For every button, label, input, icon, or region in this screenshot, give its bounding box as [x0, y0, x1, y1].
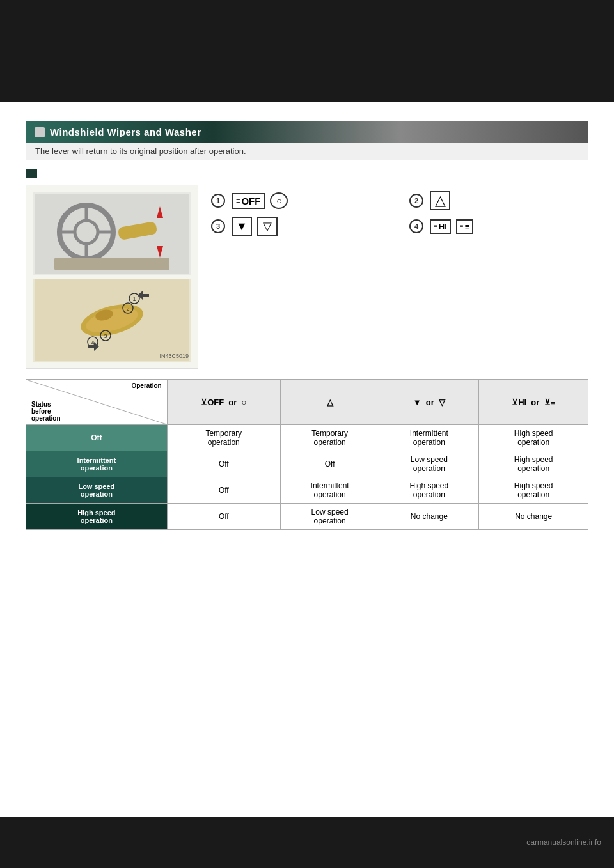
row-header-low: Low speedoperation: [26, 477, 168, 504]
cell-high-col4: No change: [479, 504, 588, 530]
lever-detail-svg: 1 2 3 4: [35, 279, 189, 361]
cell-off-col2: Temporaryoperation: [280, 425, 379, 451]
legend-item-1: 1 ≡OFF ○: [211, 191, 390, 210]
cell-low-col1: Off: [167, 477, 280, 504]
table-corner-bottom: Status before operation: [30, 401, 163, 422]
cell-high-col2: Low speedoperation: [280, 504, 379, 530]
svg-text:4: 4: [91, 339, 94, 346]
row-header-intermittent: Intermittentoperation: [26, 451, 168, 477]
page-footer: carmanualsonline.info: [0, 817, 614, 868]
legend-number-2: 2: [409, 194, 423, 208]
col4-symbol: ⊻HI or ⊻≡: [512, 398, 555, 407]
legend-area: 1 ≡OFF ○ 2 △ 3 ▼: [211, 185, 588, 369]
row-header-high: High speedoperation: [26, 504, 168, 530]
cell-off-col1: Temporaryoperation: [167, 425, 280, 451]
table-row-intermittent: Intermittentoperation Off Off Low speedo…: [26, 451, 588, 477]
operation-table: Operation Status before operation ⊻OFF o…: [26, 379, 588, 530]
diagram-area: 1 2 3 4 IN43C5019: [26, 185, 588, 369]
footer-watermark: carmanualsonline.info: [526, 838, 601, 847]
status-label-2: before: [31, 408, 51, 415]
cell-high-col1: Off: [167, 504, 280, 530]
cell-off-col3: Intermittentoperation: [379, 425, 479, 451]
cell-int-col2: Off: [280, 451, 379, 477]
col-header-2: △: [280, 380, 379, 425]
symbol-up: △: [430, 191, 450, 210]
legend-number-1: 1: [211, 194, 225, 208]
legend-item-4: 4 ≡HI ≡≡: [409, 217, 588, 236]
table-row-high: High speedoperation Off Low speedoperati…: [26, 504, 588, 530]
cell-int-col4: High speedoperation: [479, 451, 588, 477]
col3-symbol: ▼ or ▽: [413, 398, 445, 407]
symbol-down-main: ▼: [232, 217, 252, 236]
status-label-1: Status: [31, 401, 51, 408]
page: Windshield Wipers and Washer The lever w…: [0, 0, 614, 868]
content-area: Windshield Wipers and Washer The lever w…: [26, 121, 588, 530]
symbol-off-main: ≡OFF: [232, 193, 265, 209]
col-header-1: ⊻OFF or ○: [167, 380, 280, 425]
svg-rect-10: [54, 258, 169, 270]
table-corner-header: Operation Status before operation: [26, 380, 168, 425]
col-header-4: ⊻HI or ⊻≡: [479, 380, 588, 425]
section-heading: [26, 169, 588, 178]
svg-text:3: 3: [104, 333, 107, 339]
diagram-bottom: 1 2 3 4 IN43C5019: [33, 279, 191, 362]
title-bar: Windshield Wipers and Washer: [26, 121, 588, 143]
cell-high-col3: No change: [379, 504, 479, 530]
symbol-off-alt: ○: [270, 192, 288, 209]
cell-off-col4: High speedoperation: [479, 425, 588, 451]
legend-number-4: 4: [409, 219, 423, 233]
diagram-image: 1 2 3 4 IN43C5019: [26, 185, 198, 369]
cell-low-col2: Intermittentoperation: [280, 477, 379, 504]
status-label-3: operation: [31, 415, 61, 422]
col-header-3: ▼ or ▽: [379, 380, 479, 425]
col2-symbol: △: [327, 398, 333, 407]
legend-number-3: 3: [211, 219, 225, 233]
page-title: Windshield Wipers and Washer: [50, 127, 201, 137]
subtitle-bar: The lever will return to its original po…: [26, 143, 588, 160]
section-heading-box: [26, 169, 37, 178]
col1-symbol: ⊻OFF or ○: [201, 398, 246, 407]
symbol-hi-main: ≡HI: [430, 219, 451, 234]
symbol-hi-alt: ≡≡: [456, 219, 473, 234]
cell-int-col1: Off: [167, 451, 280, 477]
table-corner-top: Operation: [30, 382, 163, 389]
legend-item-2: 2 △: [409, 191, 588, 210]
symbol-down-alt: ▽: [257, 217, 278, 236]
cell-low-col3: High speedoperation: [379, 477, 479, 504]
cell-int-col3: Low speedoperation: [379, 451, 479, 477]
subtitle-text: The lever will return to its original po…: [35, 146, 246, 156]
table-row-off: Off Temporaryoperation Temporaryoperatio…: [26, 425, 588, 451]
page-header-dark: [0, 0, 614, 102]
cell-low-col4: High speedoperation: [479, 477, 588, 504]
table-row-low: Low speedoperation Off Intermittentopera…: [26, 477, 588, 504]
diagram-top: [33, 192, 191, 275]
steering-wheel-svg: [35, 194, 189, 274]
legend-item-3: 3 ▼ ▽: [211, 217, 390, 236]
svg-text:1: 1: [132, 296, 136, 302]
diagram-note: IN43C5019: [159, 353, 189, 359]
title-bar-icon: [35, 127, 45, 137]
row-header-off: Off: [26, 425, 168, 451]
svg-text:2: 2: [126, 306, 129, 312]
